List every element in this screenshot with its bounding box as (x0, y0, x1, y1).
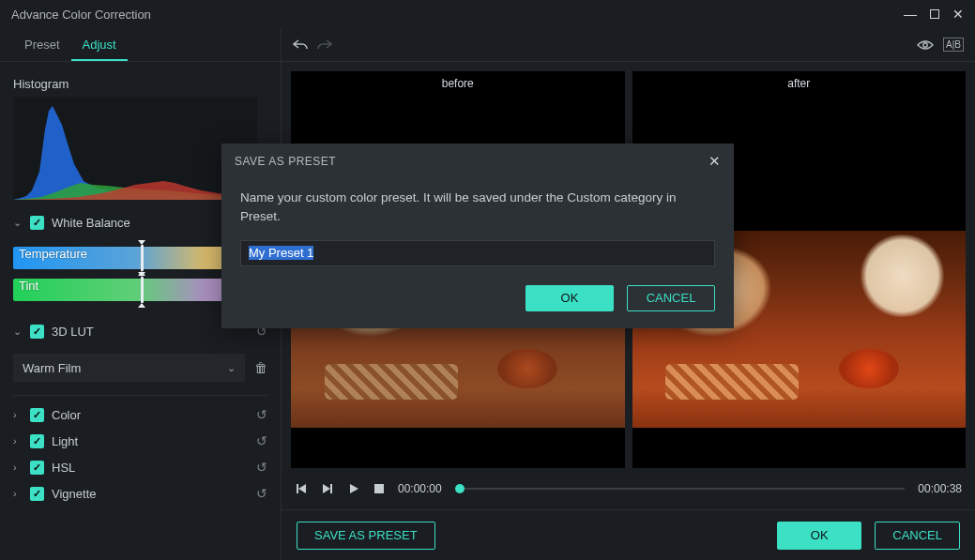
reset-light-icon[interactable]: ↺ (256, 433, 267, 448)
checkbox-hsl[interactable]: ✓ (30, 461, 44, 475)
next-frame-button[interactable] (321, 482, 334, 495)
section-color[interactable]: › ✓ Color ↺ (13, 401, 267, 428)
undo-icon[interactable] (293, 38, 308, 52)
checkbox-color[interactable]: ✓ (30, 408, 44, 422)
maximize-button[interactable] (930, 9, 939, 19)
temperature-thumb[interactable] (141, 245, 144, 271)
minimize-button[interactable]: — (904, 8, 917, 21)
dialog-title: SAVE AS PRESET (235, 155, 336, 168)
timeline-track[interactable] (455, 488, 906, 490)
close-window-button[interactable]: ✕ (952, 8, 964, 21)
ok-button[interactable]: OK (777, 522, 861, 550)
window-title: Advance Color Correction (11, 8, 904, 22)
sidebar-tabs: Preset Adjust (0, 28, 281, 62)
dialog-message: Name your custom color preset. It will b… (240, 189, 715, 227)
chevron-right-icon: › (13, 409, 23, 420)
white-balance-label: White Balance (52, 216, 249, 230)
tab-adjust[interactable]: Adjust (71, 28, 128, 61)
dialog-close-icon[interactable]: ✕ (708, 153, 722, 170)
svg-rect-2 (330, 484, 332, 493)
section-light[interactable]: › ✓ Light ↺ (13, 428, 267, 454)
stop-button[interactable] (373, 483, 385, 494)
svg-rect-1 (297, 484, 298, 493)
histogram-header: Histogram (13, 77, 267, 91)
light-label: Light (52, 434, 249, 448)
duration: 00:00:38 (918, 482, 962, 495)
chevron-down-icon: ⌄ (13, 325, 23, 338)
titlebar: Advance Color Correction — ✕ (0, 0, 975, 28)
delete-lut-icon[interactable]: 🗑 (254, 360, 267, 375)
save-preset-dialog: SAVE AS PRESET ✕ Name your custom color … (221, 144, 734, 328)
eye-icon[interactable] (917, 39, 934, 51)
svg-rect-3 (374, 484, 384, 493)
lut-selected-value: Warm Film (23, 361, 81, 375)
dialog-ok-button[interactable]: OK (526, 285, 614, 311)
checkbox-white-balance[interactable]: ✓ (30, 216, 44, 230)
bottom-bar: SAVE AS PRESET OK CANCEL (282, 509, 975, 560)
chevron-right-icon: › (13, 488, 23, 499)
hsl-label: HSL (52, 461, 249, 475)
cancel-button[interactable]: CANCEL (875, 522, 960, 550)
redo-icon[interactable] (317, 38, 332, 52)
dialog-cancel-button[interactable]: CANCEL (627, 285, 715, 311)
content-toolbar: A|B (282, 28, 975, 62)
color-label: Color (52, 408, 249, 422)
tint-thumb[interactable] (141, 277, 144, 303)
tint-label: Tint (19, 279, 38, 293)
prev-frame-button[interactable] (295, 482, 308, 495)
checkbox-3d-lut[interactable]: ✓ (30, 325, 44, 339)
chevron-down-icon: ⌄ (227, 362, 236, 374)
section-hsl[interactable]: › ✓ HSL ↺ (13, 454, 267, 480)
vignette-label: Vignette (52, 487, 249, 501)
svg-point-0 (923, 42, 927, 46)
lut-label: 3D LUT (52, 325, 249, 339)
play-button[interactable] (347, 482, 360, 495)
tab-preset[interactable]: Preset (13, 28, 71, 61)
reset-color-icon[interactable]: ↺ (256, 407, 267, 422)
checkbox-vignette[interactable]: ✓ (30, 487, 44, 501)
reset-hsl-icon[interactable]: ↺ (256, 460, 267, 475)
chevron-down-icon: ⌄ (13, 217, 23, 229)
timeline-playhead[interactable] (455, 484, 465, 493)
histogram-chart (13, 97, 257, 200)
save-as-preset-button[interactable]: SAVE AS PRESET (297, 522, 435, 550)
divider (13, 395, 267, 396)
preset-name-input[interactable] (240, 240, 715, 266)
chevron-right-icon: › (13, 462, 23, 473)
playback-bar: 00:00:00 00:00:38 (282, 468, 975, 509)
before-label: before (291, 71, 625, 96)
reset-vignette-icon[interactable]: ↺ (256, 486, 267, 501)
checkbox-light[interactable]: ✓ (30, 434, 44, 448)
chevron-right-icon: › (13, 435, 23, 446)
current-time: 00:00:00 (398, 482, 442, 495)
lut-select[interactable]: Warm Film ⌄ (13, 354, 245, 382)
section-vignette[interactable]: › ✓ Vignette ↺ (13, 480, 267, 507)
after-label: after (632, 71, 967, 96)
ab-compare-icon[interactable]: A|B (943, 38, 964, 52)
temperature-label: Temperature (19, 247, 87, 261)
